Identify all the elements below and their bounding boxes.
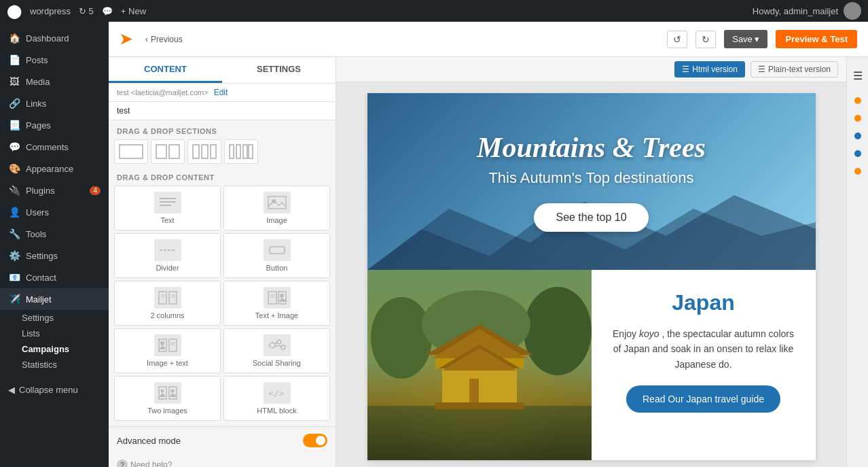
left-panel: CONTENT SETTINGS test <laeticia@mailjet.… xyxy=(109,57,336,467)
svg-rect-38 xyxy=(159,387,166,399)
svg-point-33 xyxy=(270,343,275,348)
dnd-html[interactable]: </> HTML block xyxy=(223,376,330,421)
text-image-block-icon xyxy=(264,287,291,309)
hamburger-icon[interactable]: ☰ xyxy=(849,65,867,86)
dnd-divider[interactable]: Divider xyxy=(114,233,221,278)
posts-icon: 📄 xyxy=(8,54,20,65)
plugins-icon: 🔌 xyxy=(8,185,20,196)
sidebar-sub-campaigns[interactable]: Campaigns xyxy=(0,341,109,357)
new-button[interactable]: + New xyxy=(121,6,146,16)
plain-version-button[interactable]: ☰ Plain-text version xyxy=(751,61,838,77)
japan-description: Enjoy koyo , the spectacular autumn colo… xyxy=(608,326,799,372)
revisions-link[interactable]: ↻ 5 xyxy=(79,6,94,16)
svg-point-46 xyxy=(371,297,432,379)
need-help-button[interactable]: ? Need help? xyxy=(109,454,336,467)
wp-logo-icon[interactable]: ⬤ xyxy=(7,3,22,19)
undo-button[interactable]: ↺ xyxy=(667,31,687,48)
sidebar-item-users[interactable]: 👤 Users xyxy=(0,201,109,223)
sidebar-item-dashboard[interactable]: 🏠 Dashboard xyxy=(0,27,109,49)
comments-icon-link[interactable]: 💬 xyxy=(102,6,113,16)
dnd-2columns[interactable]: 2 columns xyxy=(114,281,221,326)
social-label: Social Sharing xyxy=(253,359,301,367)
site-name-link[interactable]: wordpress xyxy=(30,6,71,16)
dnd-text-image[interactable]: Text + Image xyxy=(223,281,330,326)
sidebar-item-tools[interactable]: 🔧 Tools xyxy=(0,223,109,245)
dnd-button[interactable]: Button xyxy=(223,233,330,278)
advanced-mode-toggle[interactable] xyxy=(303,434,327,447)
links-icon: 🔗 xyxy=(8,98,20,109)
svg-point-34 xyxy=(277,340,281,344)
main-layout: 🏠 Dashboard 📄 Posts 🖼 Media 🔗 Links 📃 Pa… xyxy=(0,22,868,467)
divider-block-icon xyxy=(154,239,181,261)
collapse-menu-button[interactable]: ◀ Collapse menu xyxy=(0,378,109,402)
svg-rect-5 xyxy=(211,145,216,158)
sidebar-item-comments[interactable]: 💬 Comments xyxy=(0,136,109,158)
right-dot-3[interactable] xyxy=(854,133,861,139)
appearance-icon: 🎨 xyxy=(8,163,20,174)
svg-point-41 xyxy=(170,390,174,393)
dashboard-icon: 🏠 xyxy=(8,33,20,44)
text-block-icon xyxy=(154,192,181,213)
version-toggle-bar: ☰ Html version ☰ Plain-text version xyxy=(336,57,846,82)
svg-point-27 xyxy=(280,294,284,298)
hero-title: Mountains & Trees xyxy=(477,131,706,164)
settings-icon: ⚙️ xyxy=(8,250,20,261)
dnd-content-label: DRAG & DROP CONTENT xyxy=(109,167,336,186)
sidebar-item-settings[interactable]: ⚙️ Settings xyxy=(0,245,109,266)
dnd-text[interactable]: Text xyxy=(114,186,221,230)
right-dot-2[interactable] xyxy=(854,115,861,122)
contact-icon: 📧 xyxy=(8,272,20,283)
button-block-icon xyxy=(264,239,291,261)
html-version-button[interactable]: ☰ Html version xyxy=(674,61,745,77)
mailjet-editor-logo: ➤ xyxy=(120,31,132,48)
sidebar-item-pages[interactable]: 📃 Pages xyxy=(0,114,109,136)
svg-rect-7 xyxy=(236,145,240,158)
save-button[interactable]: Save ▾ xyxy=(724,30,767,48)
howdy-text: Howdy, admin_mailjet xyxy=(753,6,838,16)
4col-icon xyxy=(229,144,253,159)
sidebar-sub-lists[interactable]: Lists xyxy=(0,326,109,341)
users-icon: 👤 xyxy=(8,207,20,218)
dnd-sections-label: DRAG & DROP SECTIONS xyxy=(109,120,336,139)
dnd-image[interactable]: Image xyxy=(223,186,330,230)
svg-rect-3 xyxy=(193,145,199,158)
sidebar-item-plugins[interactable]: 🔌 Plugins 4 xyxy=(0,179,109,201)
right-dot-1[interactable] xyxy=(854,97,861,104)
tab-content[interactable]: CONTENT xyxy=(109,57,222,83)
sidebar-item-posts[interactable]: 📄 Posts xyxy=(0,49,109,71)
sidebar-sub-settings[interactable]: Settings xyxy=(0,310,109,326)
two-images-block-icon xyxy=(154,382,181,404)
hero-cta-button[interactable]: See the top 10 xyxy=(534,203,648,232)
mailjet-icon: ✈️ xyxy=(8,294,20,305)
sidebar-sub-statistics[interactable]: Statistics xyxy=(0,357,109,373)
html-block-icon: </> xyxy=(264,382,291,404)
sidebar-item-mailjet[interactable]: ✈️ Mailjet xyxy=(0,288,109,310)
right-dot-4[interactable] xyxy=(854,150,861,157)
edit-link[interactable]: Edit xyxy=(214,88,228,97)
svg-rect-16 xyxy=(270,247,285,254)
section-1col[interactable] xyxy=(114,139,148,164)
panel-tabs: CONTENT SETTINGS xyxy=(109,57,336,84)
sidebar-item-appearance[interactable]: 🎨 Appearance xyxy=(0,158,109,179)
preview-test-button[interactable]: Preview & Test xyxy=(776,30,857,48)
section-3col[interactable] xyxy=(187,139,221,164)
japan-image xyxy=(367,270,592,460)
dnd-social[interactable]: Social Sharing xyxy=(223,328,330,373)
help-icon: ? xyxy=(117,460,128,467)
previous-button[interactable]: ‹ Previous xyxy=(145,35,183,44)
sidebar-item-contact[interactable]: 📧 Contact xyxy=(0,266,109,288)
svg-rect-23 xyxy=(268,292,276,304)
section-4col[interactable] xyxy=(224,139,258,164)
japan-cta-button[interactable]: Read Our Japan travel guide xyxy=(626,385,780,413)
dnd-two-images[interactable]: Two images xyxy=(114,376,221,421)
sidebar-item-links[interactable]: 🔗 Links xyxy=(0,92,109,114)
svg-point-29 xyxy=(160,341,164,345)
svg-rect-40 xyxy=(169,387,177,399)
dnd-image-text[interactable]: Image + text xyxy=(114,328,221,373)
right-dot-5[interactable] xyxy=(854,168,861,175)
sidebar-item-media[interactable]: 🖼 Media xyxy=(0,71,109,92)
tab-settings[interactable]: SETTINGS xyxy=(222,57,336,83)
redo-button[interactable]: ↻ xyxy=(695,31,716,48)
section-2col[interactable] xyxy=(151,139,185,164)
3col-icon xyxy=(192,144,217,159)
